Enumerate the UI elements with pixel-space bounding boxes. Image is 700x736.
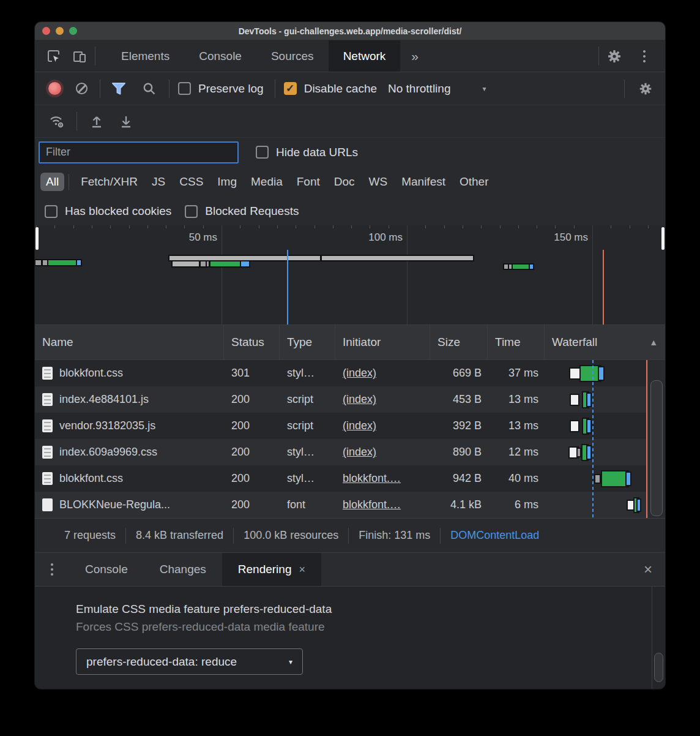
filter-chip-media[interactable]: Media xyxy=(245,173,288,191)
initiator-link[interactable]: (index) xyxy=(343,419,376,432)
clear-network-log-button[interactable] xyxy=(70,78,92,100)
tab-elements[interactable]: Elements xyxy=(106,40,184,72)
device-toolbar-icon[interactable] xyxy=(67,40,92,72)
type-cell: script xyxy=(280,386,335,413)
disable-cache-checkbox[interactable]: ✓ xyxy=(284,82,297,95)
cell-value: 13 ms xyxy=(508,419,538,432)
filter-chip-doc[interactable]: Doc xyxy=(329,173,360,191)
filter-chip-img[interactable]: Img xyxy=(212,173,242,191)
waterfall-bar xyxy=(583,445,587,460)
scrollbar-thumb[interactable] xyxy=(650,380,663,516)
column-header-time[interactable]: Time xyxy=(488,325,545,359)
drawer-tab-console[interactable]: Console xyxy=(69,553,144,586)
time-cell: 40 ms xyxy=(488,465,545,492)
drawer-menu-icon[interactable] xyxy=(35,553,69,586)
request-row[interactable]: index.609a9969.css200styl…(index)890 B12… xyxy=(35,439,665,465)
table-scrollbar[interactable] xyxy=(647,360,665,518)
filter-input[interactable] xyxy=(39,141,239,163)
network-conditions-icon[interactable] xyxy=(46,110,68,132)
overview-request-bar xyxy=(210,261,240,266)
export-har-icon[interactable] xyxy=(115,110,137,132)
minimize-window-button[interactable] xyxy=(56,27,64,35)
file-icon xyxy=(42,393,53,406)
settings-gear-icon[interactable] xyxy=(601,40,627,72)
inspect-element-icon[interactable] xyxy=(41,40,67,72)
has-blocked-cookies-checkbox[interactable] xyxy=(45,205,58,218)
request-row[interactable]: index.4e884101.js200script(index)453 B13… xyxy=(35,386,665,413)
name-cell: blokkfont.css xyxy=(35,465,224,492)
more-tabs-icon[interactable]: » xyxy=(400,40,430,72)
overview-left-handle[interactable] xyxy=(35,227,39,250)
initiator-link[interactable]: blokkfont.… xyxy=(343,472,401,485)
zoom-window-button[interactable] xyxy=(69,27,77,35)
request-row[interactable]: blokkfont.css200styl…blokkfont.…942 B40 … xyxy=(35,465,665,492)
type-cell: styl… xyxy=(280,465,335,492)
close-drawer-icon[interactable]: × xyxy=(631,553,665,586)
network-settings-gear-icon[interactable] xyxy=(635,78,657,100)
column-header-initiator[interactable]: Initiator xyxy=(335,325,430,359)
initiator-link[interactable]: (index) xyxy=(343,367,376,380)
filter-chip-font[interactable]: Font xyxy=(291,173,326,191)
initiator-link[interactable]: (index) xyxy=(343,393,376,406)
column-header-waterfall[interactable]: Waterfall▲ xyxy=(545,325,665,359)
domcontentloaded-marker xyxy=(287,250,288,325)
ruler-tick xyxy=(73,225,74,228)
divider xyxy=(624,80,625,98)
network-overview-timeline[interactable]: 50 ms100 ms150 ms xyxy=(35,225,665,325)
more-options-icon[interactable] xyxy=(627,40,661,72)
column-header-size[interactable]: Size xyxy=(430,325,488,359)
request-row[interactable]: blokkfont.css301styl…(index)669 B37 ms xyxy=(35,360,665,386)
filter-chip-js[interactable]: JS xyxy=(146,173,171,191)
overview-right-handle[interactable] xyxy=(661,227,665,250)
prefers-reduced-data-select[interactable]: prefers-reduced-data: reduce ▾ xyxy=(76,648,303,675)
preserve-log-checkbox[interactable] xyxy=(178,82,191,95)
tab-console[interactable]: Console xyxy=(184,40,256,72)
sort-direction-icon[interactable]: ▲ xyxy=(649,337,658,347)
record-network-log-button[interactable] xyxy=(43,78,65,100)
drawer-tab-rendering[interactable]: Rendering× xyxy=(222,553,321,586)
filter-funnel-icon[interactable] xyxy=(108,78,130,100)
filter-row: Hide data URLs xyxy=(35,138,665,167)
chevron-down-icon: ▾ xyxy=(289,658,292,666)
waterfall-bar xyxy=(638,500,640,511)
blocked-requests-checkbox[interactable] xyxy=(185,205,198,218)
import-har-icon[interactable] xyxy=(86,110,108,132)
network-summary-bar: 7 requests8.4 kB transferred100.0 kB res… xyxy=(35,518,665,552)
close-tab-icon[interactable]: × xyxy=(299,563,305,576)
search-icon[interactable] xyxy=(138,78,160,100)
waterfall-bar xyxy=(599,367,603,380)
filter-chip-css[interactable]: CSS xyxy=(174,173,209,191)
type-cell: styl… xyxy=(280,360,335,386)
ruler-tick xyxy=(537,225,537,228)
summary-item: 7 requests xyxy=(64,529,116,542)
close-window-button[interactable] xyxy=(42,27,50,35)
request-row[interactable]: vendor.93182035.js200script(index)392 B1… xyxy=(35,413,665,439)
drawer-tab-label: Console xyxy=(85,563,128,576)
filter-chip-fetchxhr[interactable]: Fetch/XHR xyxy=(75,173,143,191)
filter-chip-other[interactable]: Other xyxy=(454,173,494,191)
ruler-tick xyxy=(240,225,240,228)
throttling-dropdown[interactable]: No throttling ▾ xyxy=(388,82,486,96)
filter-chip-all[interactable]: All xyxy=(40,173,64,191)
size-cell: 942 B xyxy=(430,465,488,492)
initiator-link[interactable]: (index) xyxy=(343,446,376,459)
initiator-link[interactable]: blokkfont.… xyxy=(343,498,401,511)
ruler-tick xyxy=(333,225,333,228)
ruler-label: 150 ms xyxy=(554,231,592,244)
waterfall-bar xyxy=(570,369,579,378)
overview-request-bar xyxy=(207,261,209,266)
column-header-name[interactable]: Name xyxy=(35,325,224,359)
column-header-type[interactable]: Type xyxy=(280,325,335,359)
request-row[interactable]: BLOKKNeue-Regula...200fontblokkfont.…4.1… xyxy=(35,492,665,518)
tab-network[interactable]: Network xyxy=(329,40,401,72)
time-cell: 12 ms xyxy=(488,439,545,465)
column-header-status[interactable]: Status xyxy=(224,325,280,359)
filter-chip-manifest[interactable]: Manifest xyxy=(396,173,451,191)
hide-data-urls-checkbox[interactable] xyxy=(256,146,269,159)
filter-chip-ws[interactable]: WS xyxy=(363,173,393,191)
name-cell: BLOKKNeue-Regula... xyxy=(35,492,224,518)
rendering-scrollbar[interactable] xyxy=(652,587,665,689)
drawer-tab-changes[interactable]: Changes xyxy=(144,553,222,586)
disable-cache-label: Disable cache xyxy=(304,82,377,96)
tab-sources[interactable]: Sources xyxy=(256,40,329,72)
